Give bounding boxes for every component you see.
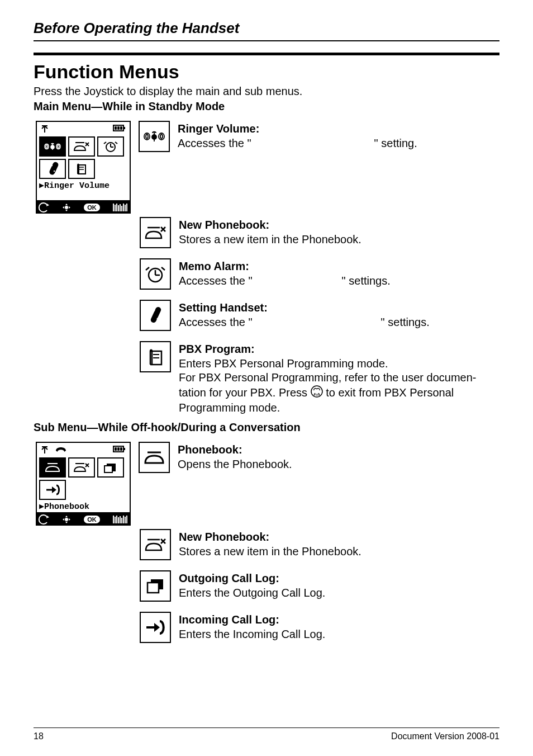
svg-rect-18 [125,205,126,211]
main-menu-row-1: ▶Ringer Volume OK Ringer Volume: [36,121,499,214]
setting-handset-desc: Accesses the "" settings. [179,316,430,328]
main-menu-row-2: New Phonebook: Stores a new item in the … [140,217,499,248]
svg-rect-12 [115,205,116,211]
grid-memo-alarm [97,136,124,157]
main-menu-heading: Main Menu—While in Standby Mode [34,100,499,113]
screen-label-main: ▶Ringer Volume [37,180,130,191]
ringer-volume-text: Ringer Volume: Accesses the "" setting. [178,121,499,150]
new-phonebook-sub-desc: Stores a new item in the Phonebook. [179,545,361,557]
new-phonebook-label: New Phonebook: [179,219,269,231]
pbx-desc-3b: to exit from PBX Personal [326,386,454,398]
svg-rect-19 [126,204,127,211]
ok-softkey: OK [84,204,100,211]
outgoing-desc: Enters the Outgoing Call Log. [179,587,325,599]
phonebook-label: Phonebook: [178,443,242,456]
main-icon-grid [37,135,130,180]
svg-point-10 [65,206,68,209]
outgoing-label: Outgoing Call Log: [179,572,279,584]
sub-menu-row-1: ▶Phonebook OK Phonebook: Opens the Phone… [36,442,499,526]
svg-rect-7 [49,162,59,174]
sh-pre: Accesses the " [179,316,253,328]
svg-text:PWR: PWR [313,394,320,396]
grid-setting-handset [39,159,66,179]
svg-rect-43 [126,516,127,523]
page: Before Operating the Handset Function Me… [0,0,533,756]
svg-rect-40 [121,518,122,523]
incoming-text: Incoming Call Log: Enters the Incoming C… [179,612,499,641]
svg-rect-3 [117,126,120,130]
sub-icon-grid [37,456,130,501]
memo-alarm-text: Memo Alarm: Accesses the "" settings. [179,258,499,288]
thick-rule [34,53,499,55]
power-key-icon: PWR [311,385,323,401]
phonebook-desc: Opens the Phonebook. [178,458,292,470]
svg-point-8 [51,165,53,166]
svg-rect-35 [113,516,114,523]
svg-rect-33 [104,466,112,472]
setting-handset-text: Setting Handset: Accesses the "" setting… [179,300,499,329]
handset-screen-sub: ▶Phonebook OK [36,442,131,526]
intro-text: Press the Joystick to display the main a… [34,85,499,98]
section-header: Before Operating the Handset [34,20,499,41]
memo-alarm-desc: Accesses the "" settings. [179,275,391,287]
pbx-desc-3a: tation for your PBX. Press [179,386,311,398]
rv-pre: Accesses the " [178,137,251,149]
svg-rect-2 [115,126,117,130]
pbx-program-text: PBX Program: Enters PBX Personal Program… [179,341,499,415]
svg-rect-22 [150,306,162,323]
grid-new-phonebook-sub [68,457,95,478]
grid-pbx-program [68,159,95,179]
ok-softkey: OK [84,516,100,523]
setting-handset-label: Setting Handset: [179,301,268,314]
svg-rect-14 [118,205,119,211]
svg-point-34 [65,518,68,521]
main-menu-row-5: PBX Program: Enters PBX Personal Program… [140,341,499,415]
new-phonebook-icon [140,217,171,248]
outgoing-text: Outgoing Call Log: Enters the Outgoing C… [179,570,499,600]
footer: 18 Document Version 2008-01 [34,727,499,741]
ringer-volume-icon [139,121,170,152]
svg-rect-29 [115,447,117,451]
pbx-desc-2: For PBX Personal Programming, refer to t… [179,371,476,384]
svg-rect-41 [123,516,124,523]
svg-rect-11 [113,204,114,211]
svg-point-9 [54,171,55,172]
sub-menu-heading: Sub Menu—While Off-hook/During a Convers… [34,421,499,434]
svg-rect-38 [118,517,119,523]
svg-point-5 [51,145,54,149]
svg-point-23 [154,310,155,311]
sh-suf: " settings. [381,316,430,328]
grid-new-phonebook [68,136,95,157]
svg-rect-17 [123,204,124,211]
svg-rect-1 [123,127,125,129]
memo-alarm-icon [140,258,171,290]
battery-icon [113,124,126,135]
ma-pre: Accesses the " [179,275,253,287]
svg-point-24 [157,318,159,320]
svg-rect-39 [120,516,121,523]
status-row [37,122,130,135]
softkey-bar: OK [36,201,131,214]
sub-menu-row-4: Incoming Call Log: Enters the Incoming C… [140,612,499,643]
nav-icon [62,515,71,524]
antenna-icon [40,445,49,456]
screen-label-sub: ▶Phonebook [37,501,130,512]
new-phonebook-desc: Stores a new item in the Phonebook. [179,233,361,245]
memo-alarm-label: Memo Alarm: [179,260,249,272]
new-phonebook-sub-text: New Phonebook: Stores a new item in the … [179,529,499,559]
svg-rect-45 [147,583,159,593]
incoming-call-log-icon [140,612,171,643]
svg-rect-15 [120,204,121,211]
rv-suf: " setting. [374,137,417,149]
incoming-label: Incoming Call Log: [179,613,279,626]
phonebook-text: Phonebook: Opens the Phonebook. [178,442,499,471]
status-row-sub [37,443,130,456]
svg-rect-37 [116,516,117,523]
grid-outgoing [97,457,124,478]
back-icon [39,516,49,523]
pbx-program-icon [140,341,171,372]
main-menu-row-3: Memo Alarm: Accesses the "" settings. [140,258,499,290]
pbx-program-label: PBX Program: [179,343,255,355]
back-icon [39,204,49,211]
svg-rect-36 [115,517,116,523]
